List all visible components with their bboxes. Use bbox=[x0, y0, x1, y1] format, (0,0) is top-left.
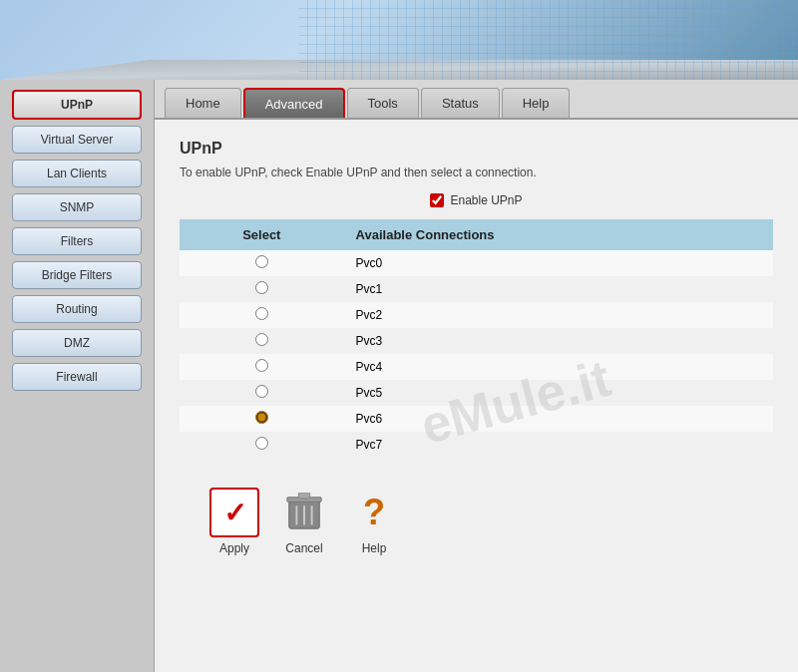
page-description: To enable UPnP, check Enable UPnP and th… bbox=[180, 166, 773, 179]
tab-help[interactable]: Help bbox=[502, 88, 571, 118]
top-banner bbox=[0, 0, 798, 80]
col-select-header: Select bbox=[180, 219, 344, 250]
radio-cell bbox=[180, 406, 344, 432]
sidebar-item-virtual-server[interactable]: Virtual Server bbox=[12, 126, 142, 154]
tab-status[interactable]: Status bbox=[421, 88, 500, 118]
trash-svg bbox=[286, 493, 322, 532]
main-layout: UPnP Virtual Server Lan Clients SNMP Fil… bbox=[0, 80, 798, 672]
page-title: UPnP bbox=[180, 140, 773, 158]
sidebar-item-routing[interactable]: Routing bbox=[12, 295, 142, 323]
radio-cell bbox=[180, 432, 344, 458]
help-icon: ? bbox=[349, 488, 399, 537]
radio-cell bbox=[180, 250, 344, 276]
table-row: Pvc2 bbox=[180, 302, 773, 328]
apply-button[interactable]: ✓ Apply bbox=[209, 488, 259, 555]
connection-label: Pvc0 bbox=[344, 250, 773, 276]
svg-rect-2 bbox=[298, 493, 309, 499]
radio-cell bbox=[180, 302, 344, 328]
tab-home[interactable]: Home bbox=[165, 88, 241, 118]
connection-label: Pvc3 bbox=[344, 328, 773, 354]
help-button[interactable]: ? Help bbox=[349, 488, 399, 555]
content-area: Home Advanced Tools Status Help eMule.it… bbox=[155, 80, 798, 672]
radio-pvc6[interactable] bbox=[255, 411, 268, 424]
upnp-table-body: Pvc0Pvc1Pvc2Pvc3Pvc4Pvc5Pvc6Pvc7 bbox=[180, 250, 773, 458]
radio-pvc5[interactable] bbox=[255, 385, 268, 398]
table-row: Pvc6 bbox=[180, 406, 773, 432]
sidebar-item-upnp[interactable]: UPnP bbox=[12, 90, 142, 120]
radio-cell bbox=[180, 354, 344, 380]
apply-label: Apply bbox=[219, 541, 249, 555]
table-row: Pvc7 bbox=[180, 432, 773, 458]
radio-cell bbox=[180, 328, 344, 354]
sidebar-item-snmp[interactable]: SNMP bbox=[12, 193, 142, 221]
enable-upnp-row: Enable UPnP bbox=[180, 193, 773, 207]
tab-advanced[interactable]: Advanced bbox=[243, 88, 345, 118]
table-row: Pvc4 bbox=[180, 354, 773, 380]
help-label: Help bbox=[362, 541, 387, 555]
radio-pvc3[interactable] bbox=[255, 333, 268, 346]
action-buttons: ✓ Apply Canc bbox=[180, 488, 773, 555]
apply-icon: ✓ bbox=[209, 488, 259, 537]
banner-shape bbox=[0, 60, 798, 80]
sidebar: UPnP Virtual Server Lan Clients SNMP Fil… bbox=[0, 80, 155, 672]
cancel-button[interactable]: Cancel bbox=[279, 488, 329, 555]
connection-label: Pvc1 bbox=[344, 276, 773, 302]
table-row: Pvc1 bbox=[180, 276, 773, 302]
sidebar-item-filters[interactable]: Filters bbox=[12, 227, 142, 255]
table-row: Pvc3 bbox=[180, 328, 773, 354]
radio-pvc1[interactable] bbox=[255, 281, 268, 294]
nav-tabs: Home Advanced Tools Status Help bbox=[155, 80, 798, 120]
table-header-row: Select Available Connections bbox=[180, 219, 773, 250]
connection-label: Pvc7 bbox=[344, 432, 773, 458]
connection-label: Pvc2 bbox=[344, 302, 773, 328]
radio-pvc7[interactable] bbox=[255, 437, 268, 450]
table-row: Pvc0 bbox=[180, 250, 773, 276]
enable-upnp-label: Enable UPnP bbox=[450, 193, 522, 207]
col-connections-header: Available Connections bbox=[344, 219, 773, 250]
radio-cell bbox=[180, 380, 344, 406]
connection-label: Pvc6 bbox=[344, 406, 773, 432]
table-row: Pvc5 bbox=[180, 380, 773, 406]
sidebar-item-dmz[interactable]: DMZ bbox=[12, 329, 142, 357]
radio-pvc4[interactable] bbox=[255, 359, 268, 372]
upnp-connections-table: Select Available Connections Pvc0Pvc1Pvc… bbox=[180, 219, 773, 458]
connection-label: Pvc4 bbox=[344, 354, 773, 380]
cancel-icon bbox=[279, 488, 329, 537]
enable-upnp-checkbox[interactable] bbox=[430, 193, 444, 207]
sidebar-item-bridge-filters[interactable]: Bridge Filters bbox=[12, 261, 142, 289]
radio-pvc2[interactable] bbox=[255, 307, 268, 320]
page-content: eMule.it UPnP To enable UPnP, check Enab… bbox=[155, 120, 798, 672]
radio-cell bbox=[180, 276, 344, 302]
radio-pvc0[interactable] bbox=[255, 255, 268, 268]
sidebar-item-firewall[interactable]: Firewall bbox=[12, 363, 142, 391]
sidebar-item-lan-clients[interactable]: Lan Clients bbox=[12, 160, 142, 187]
connection-label: Pvc5 bbox=[344, 380, 773, 406]
cancel-label: Cancel bbox=[285, 541, 322, 555]
tab-tools[interactable]: Tools bbox=[347, 88, 419, 118]
